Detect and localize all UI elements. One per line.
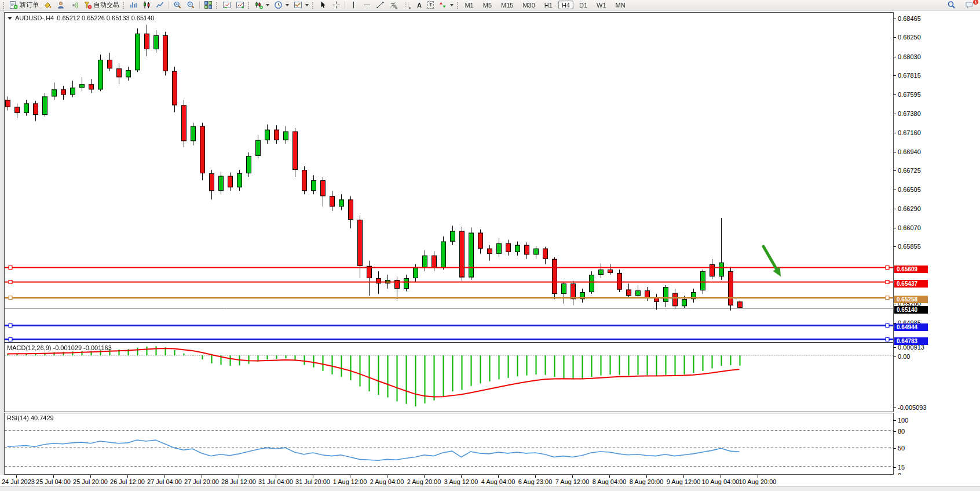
indicators-dropdown[interactable] <box>291 1 311 10</box>
bar-chart-mode-button[interactable] <box>127 1 140 10</box>
timeframe-button-m5[interactable]: M5 <box>480 1 495 9</box>
price-axis-tick <box>894 190 896 190</box>
price-axis-tick-label: 0.67815 <box>898 72 921 79</box>
toolbar-grip[interactable] <box>248 2 250 9</box>
chart-title-ohlc: 0.65212 0.65226 0.65133 0.65140 <box>57 14 154 21</box>
period-dropdown[interactable] <box>272 1 291 10</box>
crosshair-icon <box>332 1 341 9</box>
fibo-fan-icon: F <box>403 1 411 9</box>
trendline-tool-button[interactable] <box>374 1 387 10</box>
price-axis-tick <box>894 209 896 209</box>
time-axis-label: 26 Jul 12:00 <box>110 478 145 485</box>
arrow-shapes-icon <box>438 1 447 9</box>
zoom-out-button[interactable] <box>184 1 198 10</box>
time-axis-tick <box>90 475 91 478</box>
price-axis[interactable]: 0.684650.682500.680300.678150.675950.673… <box>894 12 980 476</box>
vertical-line-tool-button[interactable] <box>347 1 360 10</box>
timeframe-button-m30[interactable]: M30 <box>519 1 538 9</box>
timeframe-button-mn[interactable]: MN <box>612 1 629 9</box>
timeframe-button-h4[interactable]: H4 <box>558 1 573 9</box>
window-bottom-edge <box>0 486 980 491</box>
time-axis-label: 24 Jul 2023 <box>2 478 35 485</box>
time-axis[interactable]: 24 Jul 202325 Jul 04:0025 Jul 20:0026 Ju… <box>0 475 980 486</box>
price-axis-tick <box>894 347 896 348</box>
timeframe-button-m15[interactable]: M15 <box>498 1 517 9</box>
price-axis-tick <box>894 170 896 171</box>
zoom-in-button[interactable] <box>171 1 184 10</box>
search-button[interactable] <box>945 1 958 10</box>
time-axis-label: 27 Jul 20:00 <box>184 478 219 485</box>
timeframe-button-m1[interactable]: M1 <box>461 1 477 9</box>
time-axis-label: 8 Aug 20:00 <box>630 478 664 485</box>
timeframe-button-w1[interactable]: W1 <box>593 1 610 9</box>
chart-window: AUDUSD-,H4 0.65212 0.65226 0.65133 0.651… <box>0 10 980 491</box>
chart-left-margin <box>0 10 4 486</box>
time-axis-tick <box>164 475 165 478</box>
candlestick-canvas[interactable] <box>5 13 893 342</box>
fibo-retracement-tool-button[interactable]: E <box>387 1 400 10</box>
timeframe-button-h1[interactable]: H1 <box>541 1 556 9</box>
candlestick-mode-button[interactable] <box>140 1 153 10</box>
time-axis-label: 1 Aug 12:00 <box>333 478 367 485</box>
macd-canvas[interactable] <box>5 343 893 412</box>
chat-notification-badge: 1 <box>972 0 979 5</box>
styler-button[interactable] <box>41 1 54 10</box>
new-order-button[interactable]: 新订单 <box>7 1 41 10</box>
price-axis-tick-label: 0.000913 <box>898 344 924 351</box>
toolbar-grip[interactable] <box>123 2 125 9</box>
price-axis-tick <box>894 467 896 468</box>
price-axis-tick <box>894 408 896 408</box>
price-axis-tick <box>894 37 896 38</box>
text-label-tool-icon: T <box>427 1 434 9</box>
horizontal-line-tool-button[interactable] <box>360 1 374 10</box>
signal-icon <box>70 1 79 9</box>
publisher-icon <box>57 1 65 9</box>
fibo-fan-tool-button[interactable]: F <box>400 1 414 10</box>
arrows-tool-dropdown[interactable] <box>436 1 456 10</box>
candlestick-chart-icon <box>142 1 151 9</box>
new-chart-dropdown[interactable] <box>252 1 272 10</box>
time-axis-tick <box>572 475 573 478</box>
svg-text:F: F <box>409 6 411 10</box>
toolbar-separator <box>345 1 345 9</box>
line-chart-icon <box>156 1 164 9</box>
search-icon <box>947 1 956 9</box>
chart-dropdown-icon[interactable] <box>8 17 12 20</box>
price-axis-tick-label: 0.65855 <box>898 243 921 250</box>
indicator-window-button[interactable] <box>220 1 233 10</box>
toolbar-grip[interactable] <box>312 2 314 9</box>
text-tool-button[interactable]: A <box>414 1 425 10</box>
toolbar-grip[interactable] <box>457 2 459 9</box>
new-chart-icon <box>254 1 263 9</box>
line-chart-mode-button[interactable] <box>153 1 167 10</box>
main-chart-pane: AUDUSD-,H4 0.65212 0.65226 0.65133 0.651… <box>4 12 894 343</box>
cursor-tool-button[interactable] <box>316 1 330 10</box>
rsi-canvas[interactable] <box>5 413 893 474</box>
indicator-window-icon <box>222 1 231 9</box>
autotrading-icon <box>83 1 92 9</box>
price-axis-tick-label: 0.00 <box>898 353 910 360</box>
price-axis-tick-label: 0.68030 <box>898 53 921 60</box>
price-level-label: 0.64944 <box>894 323 928 331</box>
timeframe-group: M1M5M15M30H1H4D1W1MN <box>461 1 628 9</box>
time-axis-label: 25 Jul 04:00 <box>36 478 71 485</box>
clock-icon <box>274 1 283 9</box>
price-axis-tick <box>894 304 896 304</box>
zoom-in-icon <box>173 1 182 9</box>
time-axis-label: 8 Aug 04:00 <box>593 478 627 485</box>
auto-trading-button[interactable]: 自动交易 <box>81 1 122 10</box>
timeframe-button-d1[interactable]: D1 <box>576 1 591 9</box>
time-axis-tick <box>276 475 276 478</box>
indicator-window-add-button[interactable] <box>233 1 247 10</box>
toolbar-grip[interactable] <box>216 2 218 9</box>
time-axis-tick <box>461 475 462 478</box>
tile-windows-button[interactable] <box>202 1 215 10</box>
chat-button[interactable]: 1 <box>963 1 976 10</box>
price-axis-tick-label: 0.66290 <box>898 205 921 212</box>
crosshair-tool-button[interactable] <box>330 1 343 10</box>
signals-button[interactable] <box>68 1 81 10</box>
text-label-tool-button[interactable]: T <box>425 1 437 10</box>
price-axis-tick-label: 0.67160 <box>898 129 921 136</box>
publisher-button[interactable] <box>54 1 68 10</box>
toolbar-grip[interactable] <box>3 2 5 9</box>
